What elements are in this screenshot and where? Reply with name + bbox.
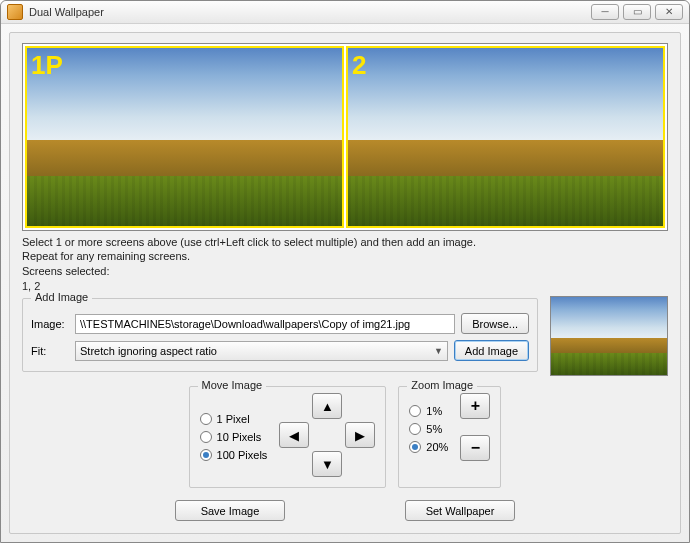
screens-selected-value: 1, 2: [22, 279, 668, 294]
app-icon: [7, 4, 23, 20]
wallpaper-thumb-right: [348, 48, 663, 226]
browse-button[interactable]: Browse...: [461, 313, 529, 334]
minimize-button[interactable]: ─: [591, 4, 619, 20]
add-image-group: Add Image Image: Browse... Fit: Stretch …: [22, 298, 538, 372]
image-path-input[interactable]: [75, 314, 455, 334]
image-thumbnail: [550, 296, 668, 376]
zoom-image-title: Zoom Image: [407, 379, 477, 391]
zoom-radio-group: 1% 5% 20%: [409, 401, 448, 453]
screen-2-label: 2: [352, 50, 366, 81]
zoom-in-button[interactable]: +: [460, 393, 490, 419]
maximize-button[interactable]: ▭: [623, 4, 651, 20]
set-wallpaper-button[interactable]: Set Wallpaper: [405, 500, 515, 521]
screen-1-label: 1P: [31, 50, 63, 81]
wallpaper-thumb-left: [27, 48, 342, 226]
window-title: Dual Wallpaper: [29, 6, 591, 18]
move-radio-group: 1 Pixel 10 Pixels 100 Pixels: [200, 409, 268, 461]
zoom-radio-1[interactable]: 1%: [409, 405, 448, 417]
move-up-button[interactable]: ▲: [312, 393, 342, 419]
move-radio-100px[interactable]: 100 Pixels: [200, 449, 268, 461]
screens-selected-label: Screens selected:: [22, 264, 668, 279]
screen-1[interactable]: 1P: [25, 46, 344, 228]
close-button[interactable]: ✕: [655, 4, 683, 20]
image-label: Image:: [31, 318, 69, 330]
fit-label: Fit:: [31, 345, 69, 357]
chevron-down-icon: ▼: [434, 346, 443, 356]
zoom-out-button[interactable]: −: [460, 435, 490, 461]
move-radio-1px[interactable]: 1 Pixel: [200, 413, 268, 425]
screen-2[interactable]: 2: [346, 46, 665, 228]
move-down-button[interactable]: ▼: [312, 451, 342, 477]
save-image-button[interactable]: Save Image: [175, 500, 285, 521]
zoom-radio-20[interactable]: 20%: [409, 441, 448, 453]
content-area: 1P 2 Select 1 or more screens above (use…: [9, 32, 681, 534]
zoom-radio-5[interactable]: 5%: [409, 423, 448, 435]
instruction-line-2: Repeat for any remaining screens.: [22, 249, 668, 264]
move-dpad: ▲ ◀ ▶ ▼: [279, 393, 375, 477]
add-image-button[interactable]: Add Image: [454, 340, 529, 361]
fit-select-value: Stretch ignoring aspect ratio: [80, 345, 217, 357]
move-image-title: Move Image: [198, 379, 267, 391]
add-image-group-title: Add Image: [31, 291, 92, 303]
instructions: Select 1 or more screens above (use ctrl…: [22, 235, 668, 294]
zoom-image-group: Zoom Image 1% 5% 20% + −: [398, 386, 501, 488]
titlebar[interactable]: Dual Wallpaper ─ ▭ ✕: [1, 1, 689, 24]
screens-preview[interactable]: 1P 2: [22, 43, 668, 231]
app-window: Dual Wallpaper ─ ▭ ✕ 1P 2 Select 1 or mo: [0, 0, 690, 543]
move-radio-10px[interactable]: 10 Pixels: [200, 431, 268, 443]
instruction-line-1: Select 1 or more screens above (use ctrl…: [22, 235, 668, 250]
move-image-group: Move Image 1 Pixel 10 Pixels 100 Pixels …: [189, 386, 387, 488]
move-right-button[interactable]: ▶: [345, 422, 375, 448]
move-left-button[interactable]: ◀: [279, 422, 309, 448]
fit-select[interactable]: Stretch ignoring aspect ratio ▼: [75, 341, 448, 361]
